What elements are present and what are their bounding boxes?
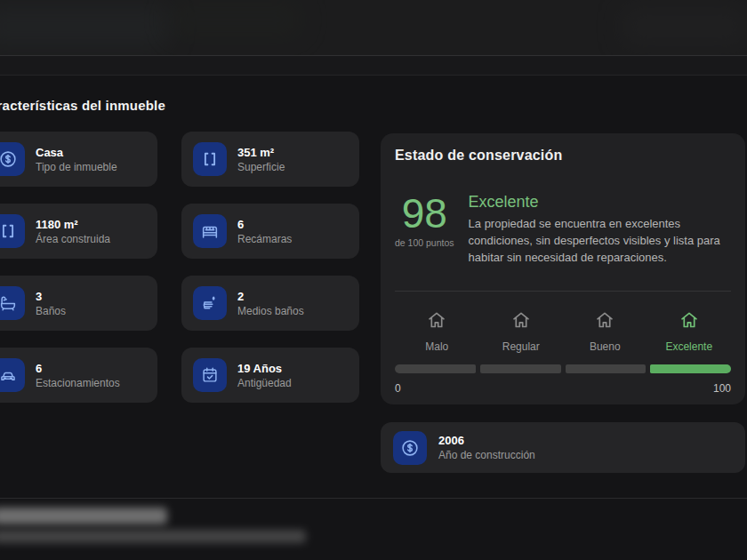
conservation-panel: Estado de conservación 98 de 100 puntos … <box>381 133 745 404</box>
car-icon <box>0 358 25 392</box>
bar-segment-bueno <box>566 364 647 373</box>
scale-item-bueno: Bueno <box>563 309 647 353</box>
feature-card-antiguedad: 19 Años Antigüedad <box>181 348 359 403</box>
blurred-nav-content <box>622 7 747 46</box>
features-grid: Casa Tipo de inmueble 351 m² Superficie … <box>0 132 359 403</box>
scale-label: Malo <box>425 340 448 353</box>
dollar-circle-icon <box>393 431 427 465</box>
scale-item-excelente: Excelente <box>647 309 732 353</box>
house-icon <box>510 309 532 334</box>
conservation-score: 98 <box>395 192 454 235</box>
feature-value: 6 <box>36 362 120 375</box>
hand-wash-icon <box>193 286 227 320</box>
section-title: Características del inmueble <box>0 98 165 113</box>
feature-card-superficie: 351 m² Superficie <box>181 132 359 187</box>
scale-label: Regular <box>502 340 540 353</box>
blurred-footer-subtitle <box>0 530 306 543</box>
feature-card-banos: 3 Baños <box>0 276 157 331</box>
feature-label: Baños <box>36 305 66 317</box>
feature-card-estacionamientos: 6 Estacionamientos <box>0 348 157 403</box>
area-brackets-icon <box>0 214 25 248</box>
scale-item-malo: Malo <box>395 309 479 353</box>
feature-label: Superficie <box>237 161 285 173</box>
bar-segment-malo <box>395 364 476 373</box>
house-icon <box>426 309 447 334</box>
scale-label: Excelente <box>665 340 712 353</box>
feature-label: Año de construcción <box>438 449 535 461</box>
scale-range-labels: 0 100 <box>395 382 731 395</box>
house-icon <box>679 309 700 334</box>
conservation-status: Excelente <box>469 193 731 212</box>
feature-label: Estacionamientos <box>36 377 120 389</box>
conservation-score-caption: de 100 puntos <box>395 237 454 248</box>
bathtub-icon <box>0 286 25 320</box>
conservation-progress-bar <box>395 364 731 373</box>
conservation-score-row: 98 de 100 puntos Excelente La propiedad … <box>395 192 731 267</box>
feature-value: 19 Años <box>237 362 292 375</box>
conservation-scale: Malo Regular Bueno Excelente <box>395 309 731 353</box>
bed-icon <box>193 214 227 248</box>
feature-value: Casa <box>36 146 117 159</box>
feature-label: Antigüedad <box>237 377 292 389</box>
feature-card-medios-banos: 2 Medios baños <box>181 276 359 331</box>
conservation-title: Estado de conservación <box>395 148 731 164</box>
feature-value: 3 <box>36 290 66 303</box>
blurred-nav-content <box>0 5 169 48</box>
bar-segment-excelente <box>650 364 731 373</box>
feature-value: 2006 <box>438 434 535 447</box>
feature-label: Tipo de inmueble <box>36 161 117 173</box>
dollar-circle-icon <box>0 142 25 176</box>
top-nav-bar <box>0 0 747 55</box>
house-icon <box>594 309 615 334</box>
range-max: 100 <box>713 382 731 395</box>
scale-item-regular: Regular <box>479 309 564 353</box>
secondary-nav-bar <box>0 55 747 76</box>
feature-value: 2 <box>237 290 304 303</box>
blurred-nav-content <box>169 2 302 37</box>
bar-segment-regular <box>480 364 561 373</box>
panel-divider <box>395 291 731 292</box>
property-detail-page: Características del inmueble Casa Tipo d… <box>0 0 747 560</box>
feature-value: 6 <box>237 218 292 231</box>
conservation-description: La propiedad se encuentra en excelentes … <box>469 216 731 267</box>
feature-label: Recámaras <box>237 233 292 245</box>
footer-divider <box>0 498 747 499</box>
feature-label: Medios baños <box>237 305 304 317</box>
range-min: 0 <box>395 382 401 395</box>
feature-card-ano-construccion: 2006 Año de construcción <box>381 422 745 473</box>
feature-card-recamaras: 6 Recámaras <box>181 204 359 259</box>
calendar-check-icon <box>193 358 227 392</box>
feature-label: Área construida <box>36 233 110 245</box>
area-brackets-icon <box>193 142 227 176</box>
scale-label: Bueno <box>590 340 621 353</box>
feature-card-area-construida: 1180 m² Área construida <box>0 204 157 259</box>
feature-value: 1180 m² <box>36 218 110 231</box>
blurred-footer-title <box>0 508 167 524</box>
feature-value: 351 m² <box>237 146 285 159</box>
feature-card-tipo-inmueble: Casa Tipo de inmueble <box>0 132 157 187</box>
